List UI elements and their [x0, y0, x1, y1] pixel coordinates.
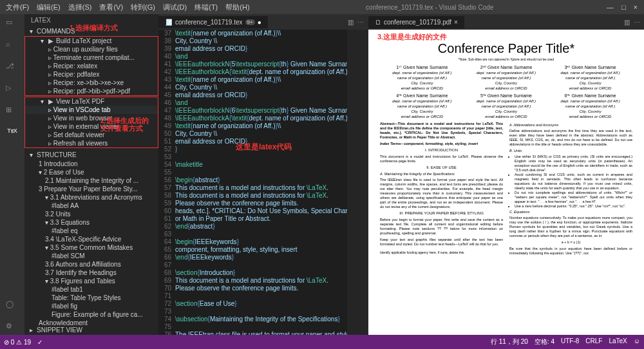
structure-item[interactable]: #label AA	[24, 202, 158, 210]
list-item: Use a zero before decimal points: "0.25"…	[515, 204, 632, 209]
status-item[interactable]: ☺	[634, 337, 640, 346]
structure-item[interactable]: Table: Table Type Styles	[24, 294, 158, 302]
annotation-code: 这里是latex代码	[236, 143, 292, 151]
account-icon[interactable]: ◯	[6, 300, 19, 313]
recipe-item[interactable]: ▹ Recipe: pdflatex	[25, 70, 158, 79]
structure-item[interactable]: Acknowledgment	[24, 319, 158, 325]
search-icon[interactable]: ⌕	[6, 40, 19, 53]
window-controls: —□×	[607, 3, 641, 11]
structure-item[interactable]: ▾ 2 Ease of Use	[24, 168, 158, 176]
split-icon[interactable]: ▥	[348, 19, 354, 26]
view-item[interactable]: ▹ View in VSCode tab	[25, 106, 158, 114]
author-block: 4ᵗʰ Given Name Surnamedept. name of orga…	[392, 93, 451, 119]
list-item: Use either SI (MKS) or CGS as primary un…	[515, 155, 632, 173]
author-block: 2ⁿᵈ Given Name Surnamedept. name of orga…	[477, 65, 536, 91]
author-block: 5ᵗʰ Given Name Surnamedept. name of orga…	[477, 93, 536, 119]
structure-item[interactable]: 3.7 Identify the Headings	[24, 269, 158, 277]
menu-item[interactable]: 转到(G)	[128, 1, 158, 14]
view-pdf[interactable]: ▾▶ View LaTeX PDF	[25, 97, 158, 106]
pdf-title: Conference Paper Title*	[380, 41, 632, 56]
menu-item[interactable]: 帮助(H)	[222, 1, 252, 14]
window-title: conference_101719.tex - Visual Studio Co…	[253, 4, 607, 11]
more-icon[interactable]: ⋯	[634, 19, 640, 26]
structure-item[interactable]: #label tab1	[24, 285, 158, 294]
window-button[interactable]: □	[621, 3, 626, 11]
scm-icon[interactable]: ⎇	[6, 62, 19, 75]
editor-area: 🧾 conference_101719.tex 9+ ● ▥⋯ 37383940…	[158, 14, 644, 335]
extensions-icon[interactable]: ⊞	[6, 106, 19, 118]
titlebar: 文件(F)编辑(E)选择(S)查看(V)转到(G)调试(D)终端(T)帮助(H)…	[0, 0, 644, 14]
structure-item[interactable]: #label SCM	[24, 252, 158, 260]
editor-left: 🧾 conference_101719.tex 9+ ● ▥⋯ 37383940…	[158, 14, 368, 335]
snippet-header[interactable]: ▸SNIPPET VIEW	[24, 325, 158, 335]
annotation-2b: 文件查看方式	[100, 124, 143, 133]
pdf-col-right: A. Abbreviations and Acronyms Define abb…	[509, 122, 632, 258]
build-group-box: ▾▶ Build LaTeX project ▹ Clean up auxili…	[24, 36, 158, 96]
activity-bar: ▭ ⌕ ⎇ ▷ ⊞ TᴇX ◯ ⚙	[0, 14, 24, 335]
status-item[interactable]: 行 11，列 20	[491, 337, 528, 346]
structure-item[interactable]: Figure: Example of a figure ca...	[24, 310, 158, 319]
status-item[interactable]: ⊘ 0 ⚠ 19	[4, 339, 31, 346]
files-icon[interactable]: ▭	[6, 18, 19, 31]
status-item[interactable]: LaTeX	[609, 337, 627, 346]
menu-bar: 文件(F)编辑(E)选择(S)查看(V)转到(G)调试(D)终端(T)帮助(H)	[3, 1, 253, 14]
status-item[interactable]: 空格: 4	[535, 337, 554, 346]
status-item[interactable]: CRLF	[585, 337, 602, 346]
more-icon[interactable]: ⋯	[357, 19, 364, 26]
window-button[interactable]: ×	[634, 3, 638, 11]
menu-item[interactable]: 文件(F)	[3, 1, 32, 14]
code-editor[interactable]: 3738394041424344454647484950515253545556…	[158, 30, 368, 335]
structure-item[interactable]: 3 Prepare Your Paper Before Sty...	[24, 185, 158, 193]
menu-item[interactable]: 选择(S)	[65, 1, 95, 14]
structure-item[interactable]: ▾ 3.5 Some Common Mistakes	[24, 243, 158, 252]
status-item[interactable]: UTF-8	[561, 337, 579, 346]
split-icon[interactable]: ▥	[624, 19, 630, 26]
structure-item[interactable]: 1 Introduction	[24, 160, 158, 168]
tab-tex[interactable]: 🧾 conference_101719.tex 9+ ●	[158, 16, 268, 28]
pdf-col-left: Abstract—This document is a model and in…	[380, 122, 503, 258]
sidebar: LATEX ▾COMMANDS 1.选择编译方式 ▾▶ Build LaTeX …	[24, 14, 158, 335]
view-item[interactable]: ▹ Refresh all viewers	[25, 139, 158, 147]
window-button[interactable]: —	[607, 3, 614, 11]
structure-item[interactable]: 3.4 \LaTeX-Specific Advice	[24, 235, 158, 243]
structure-item[interactable]: ▾ 3.8 Figures and Tables	[24, 277, 158, 285]
settings-icon[interactable]: ⚙	[6, 322, 19, 335]
minimap[interactable]	[347, 30, 368, 335]
menu-item[interactable]: 查看(V)	[96, 1, 126, 14]
menu-item[interactable]: 编辑(E)	[33, 1, 64, 14]
recipe-item[interactable]: ▹ Clean up auxiliary files	[25, 45, 158, 53]
structure-item[interactable]: #label fig	[24, 302, 158, 310]
latex-icon[interactable]: TᴇX	[7, 127, 17, 134]
recipe-item[interactable]: ▹ Recipe: xelatex	[25, 62, 158, 70]
structure-item[interactable]: ▾ 3.3 Equations	[24, 218, 158, 227]
structure-header[interactable]: ▾STRUCTURE	[24, 150, 158, 160]
author-block: 1ˢᵗ Given Name Surnamedept. name of orga…	[392, 65, 451, 91]
pdf-viewer[interactable]: 3.这里是生成好的文件 Conference Paper Title* *Not…	[368, 30, 644, 335]
recipe-item[interactable]: ▹ Terminate current compilat...	[25, 53, 158, 62]
structure-tree: 1 Introduction▾ 2 Ease of Use2.1 Maintai…	[24, 160, 158, 325]
status-item[interactable]: ✓	[37, 339, 43, 346]
recipe-item[interactable]: ▹ Recipe: xe->bib->xe->xe	[25, 79, 158, 87]
tab-pdf[interactable]: 🗋 conference_101719.pdf ×	[368, 16, 464, 28]
structure-item[interactable]: 2.1 Maintaining the Integrity of ...	[24, 176, 158, 185]
build-project[interactable]: ▾▶ Build LaTeX project	[25, 37, 158, 45]
debug-icon[interactable]: ▷	[6, 84, 19, 97]
structure-item[interactable]: 3.2 Units	[24, 210, 158, 218]
author-block: 6ᵗʰ Given Name Surnamedept. name of orga…	[561, 93, 620, 119]
recipe-item[interactable]: ▹ Recipe: pdf->bib->pdf->pdf	[25, 87, 158, 95]
list-item: Do not mix complete spellings and abbrev…	[515, 191, 632, 204]
menu-item[interactable]: 终端(T)	[191, 1, 221, 14]
author-block: 3ʳᵈ Given Name Surnamedept. name of orga…	[561, 65, 620, 91]
status-bar: ⊘ 0 ⚠ 19✓ 行 11，列 20空格: 4UTF-8CRLFLaTeX☺	[0, 335, 644, 349]
tabs-right: 🗋 conference_101719.pdf × ▥⋯	[368, 14, 644, 30]
annotation-3: 3.这里是生成好的文件	[377, 32, 447, 42]
pdf-note: *Note: Sub-titles are not captured in Xp…	[380, 57, 632, 61]
structure-item[interactable]: 3.6 Authors and Affiliations	[24, 260, 158, 269]
tabs-left: 🧾 conference_101719.tex 9+ ● ▥⋯	[158, 14, 368, 30]
editor-right: 🗋 conference_101719.pdf × ▥⋯ 3.这里是生成好的文件…	[368, 14, 644, 335]
structure-item[interactable]: #label eq	[24, 227, 158, 235]
structure-item[interactable]: ▾ 3.1 Abbreviations and Acronyms	[24, 193, 158, 202]
annotation-1: 1.选择编译方式	[70, 23, 118, 33]
list-item: Avoid combining SI and CGS units, such a…	[515, 173, 632, 191]
menu-item[interactable]: 调试(D)	[160, 1, 190, 14]
